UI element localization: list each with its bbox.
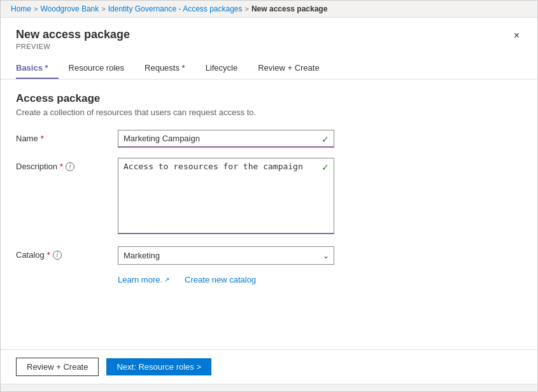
tab-review-create[interactable]: Review + Create [248, 58, 329, 79]
name-required: * [41, 134, 44, 143]
description-check-icon: ✓ [322, 162, 329, 172]
tab-resource-roles[interactable]: Resource roles [59, 58, 134, 79]
panel-footer: Review + Create Next: Resource roles > [1, 349, 537, 384]
panel-title: New access package [16, 28, 130, 41]
breadcrumb: Home > Woodgrove Bank > Identity Governa… [1, 1, 537, 18]
breadcrumb-sep-1: > [34, 5, 38, 13]
name-check-icon: ✓ [322, 134, 329, 144]
tab-bar: Basics * Resource roles Requests * Lifec… [16, 58, 522, 79]
name-row: Name * ✓ [16, 130, 522, 148]
name-input[interactable] [118, 130, 334, 148]
breadcrumb-sep-3: > [245, 5, 249, 13]
section-title: Access package [16, 92, 522, 105]
review-create-button[interactable]: Review + Create [16, 358, 99, 376]
scrollbar-area [1, 384, 537, 391]
catalog-info-icon: i [53, 251, 62, 260]
section-desc: Create a collection of resources that us… [16, 108, 522, 117]
links-row: Learn more. ↗ Create new catalog [118, 275, 522, 284]
next-resource-roles-button[interactable]: Next: Resource roles > [106, 358, 211, 375]
description-field-wrap: Access to resources for the campaign ✓ [118, 158, 334, 236]
breadcrumb-sep-2: > [101, 5, 105, 13]
breadcrumb-home[interactable]: Home [11, 4, 31, 13]
breadcrumb-bank[interactable]: Woodgrove Bank [40, 4, 99, 13]
panel-subtitle: PREVIEW [16, 43, 130, 50]
breadcrumb-governance[interactable]: Identity Governance - Access packages [108, 4, 243, 13]
name-field-wrap: ✓ [118, 130, 334, 148]
tab-lifecycle[interactable]: Lifecycle [195, 58, 248, 79]
description-info-icon: i [66, 162, 74, 171]
catalog-row: Catalog * i Marketing General Human Reso… [16, 246, 522, 265]
main-area: New access package PREVIEW × Basics * Re… [1, 18, 537, 349]
catalog-label: Catalog * i [16, 246, 118, 260]
catalog-select-wrap: Marketing General Human Resources ⌄ [118, 246, 334, 265]
breadcrumb-current: New access package [251, 4, 327, 13]
description-label: Description * i [16, 158, 118, 171]
description-input[interactable]: Access to resources for the campaign [118, 158, 334, 234]
panel-body: Access package Create a collection of re… [1, 80, 537, 349]
tab-requests[interactable]: Requests * [134, 58, 195, 79]
panel-header: New access package PREVIEW × Basics * Re… [1, 18, 537, 80]
catalog-required: * [47, 250, 50, 260]
tab-basics[interactable]: Basics * [16, 58, 59, 79]
description-required: * [60, 162, 63, 171]
name-label: Name * [16, 130, 118, 143]
create-catalog-link[interactable]: Create new catalog [185, 275, 256, 284]
close-button[interactable]: × [511, 28, 522, 43]
description-row: Description * i Access to resources for … [16, 158, 522, 236]
catalog-select[interactable]: Marketing General Human Resources [118, 246, 334, 265]
external-link-icon: ↗ [164, 276, 169, 283]
learn-more-link[interactable]: Learn more. ↗ [118, 275, 169, 284]
